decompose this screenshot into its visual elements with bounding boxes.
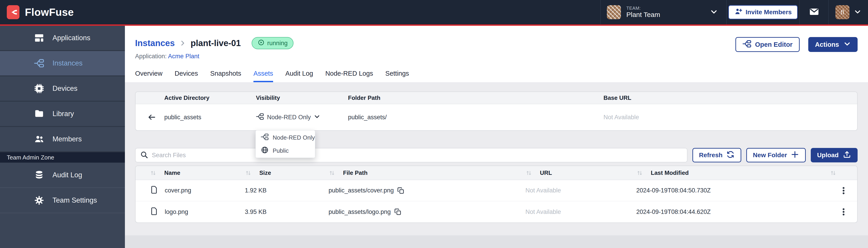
open-editor-button[interactable]: Open Editor xyxy=(735,37,800,52)
sort-icon[interactable] xyxy=(329,170,335,176)
back-arrow-icon[interactable] xyxy=(135,113,164,121)
sidebar-item-team-settings[interactable]: Team Settings xyxy=(0,188,125,213)
refresh-icon xyxy=(726,150,735,161)
application-label: Application: xyxy=(135,53,167,60)
refresh-label: Refresh xyxy=(699,151,722,159)
library-icon xyxy=(34,109,44,119)
search-input[interactable] xyxy=(152,152,682,159)
upload-icon xyxy=(843,150,851,161)
col-label: URL xyxy=(540,169,552,176)
col-actions[interactable] xyxy=(830,170,857,176)
application-link[interactable]: Acme Plant xyxy=(168,53,199,60)
sidebar: Applications Instances Devices Library xyxy=(0,26,125,248)
tab-node-red-logs[interactable]: Node-RED Logs xyxy=(326,70,373,82)
file-name-cell: cover.png xyxy=(150,185,245,196)
file-icon xyxy=(150,207,158,217)
play-circle-icon xyxy=(257,39,265,48)
new-folder-button[interactable]: New Folder xyxy=(746,148,806,163)
table-row[interactable]: cover.png 1.92 KB public_assets/cover.pn… xyxy=(135,180,857,201)
team-avatar xyxy=(607,5,621,19)
sort-icon[interactable] xyxy=(150,170,157,176)
copy-icon[interactable] xyxy=(394,208,402,216)
applications-icon xyxy=(34,33,44,43)
copy-icon[interactable] xyxy=(397,187,405,194)
sidebar-item-applications[interactable]: Applications xyxy=(0,26,125,51)
tab-overview[interactable]: Overview xyxy=(135,70,162,82)
tab-snapshots[interactable]: Snapshots xyxy=(210,70,241,82)
members-icon xyxy=(34,134,44,144)
user-avatar-initials: fl xyxy=(841,9,844,16)
files-toolbar: Refresh New Folder Upload xyxy=(135,148,858,163)
page-title: plant-live-01 xyxy=(190,38,241,48)
col-label: Last Modified xyxy=(651,169,689,176)
team-meta: TEAM: Plant Team xyxy=(626,6,660,19)
brand[interactable]: FlowFuse xyxy=(0,0,74,24)
col-active-directory: Active Directory xyxy=(164,95,256,101)
tab-devices[interactable]: Devices xyxy=(175,70,198,82)
globe-icon xyxy=(261,146,269,155)
chevron-down-icon xyxy=(314,113,320,121)
file-last-modified: 2024-09-19T08:04:50.730Z xyxy=(636,187,830,194)
dropdown-option-public[interactable]: Public xyxy=(256,144,315,157)
kebab-menu-icon[interactable] xyxy=(839,186,848,195)
team-selector[interactable]: TEAM: Plant Team xyxy=(600,0,726,24)
flow-icon xyxy=(742,39,751,50)
kebab-menu-icon[interactable] xyxy=(839,207,848,216)
sidebar-item-label: Audit Log xyxy=(53,171,82,179)
breadcrumb-instances-link[interactable]: Instances xyxy=(135,38,175,48)
visibility-value: Node-RED Only xyxy=(267,114,311,121)
sidebar-item-library[interactable]: Library xyxy=(0,102,125,127)
visibility-select[interactable]: Node-RED Only xyxy=(256,112,348,122)
mail-icon xyxy=(809,6,819,18)
sort-icon[interactable] xyxy=(830,170,837,176)
visibility-dropdown-menu: Node-RED Only Public xyxy=(255,130,315,158)
sidebar-item-devices[interactable]: Devices xyxy=(0,76,125,102)
actions-label: Actions xyxy=(815,41,839,48)
instances-icon xyxy=(34,58,44,68)
tab-audit-log[interactable]: Audit Log xyxy=(285,70,313,82)
upload-button[interactable]: Upload xyxy=(811,148,858,163)
col-size[interactable]: Size xyxy=(245,169,329,176)
col-url[interactable]: URL xyxy=(525,169,636,176)
flow-icon xyxy=(261,133,269,143)
row-actions-cell xyxy=(830,186,857,195)
file-url: Not Available xyxy=(525,209,636,215)
col-file-path[interactable]: File Path xyxy=(329,169,525,176)
tab-assets[interactable]: Assets xyxy=(253,70,273,82)
sort-icon[interactable] xyxy=(525,170,532,176)
sidebar-item-audit-log[interactable]: Audit Log xyxy=(0,163,125,188)
sidebar-item-instances[interactable]: Instances xyxy=(0,51,125,76)
col-last-modified[interactable]: Last Modified xyxy=(636,169,830,176)
file-name: logo.png xyxy=(165,209,188,215)
file-path: public_assets/cover.png xyxy=(329,187,394,194)
sidebar-item-members[interactable]: Members xyxy=(0,127,125,152)
refresh-button[interactable]: Refresh xyxy=(692,148,741,163)
actions-button[interactable]: Actions xyxy=(808,37,858,52)
dropdown-option-node-red-only[interactable]: Node-RED Only xyxy=(256,131,315,144)
table-row[interactable]: logo.png 3.95 KB public_assets/logo.png … xyxy=(135,201,857,222)
devices-icon xyxy=(34,83,44,94)
tab-bar: Overview Devices Snapshots Assets Audit … xyxy=(135,70,858,82)
file-icon xyxy=(150,185,158,196)
dropdown-option-label: Node-RED Only xyxy=(273,134,315,141)
chevron-down-icon[interactable] xyxy=(854,8,861,16)
main-content: Instances plant-live-01 running Applicat… xyxy=(125,26,868,248)
chevron-down-icon xyxy=(843,40,851,49)
col-name[interactable]: Name xyxy=(150,169,245,176)
invite-members-button[interactable]: Invite Members xyxy=(728,5,798,20)
sort-icon[interactable] xyxy=(636,170,643,176)
flow-icon xyxy=(256,112,264,122)
assets-panel: Active Directory Visibility Folder Path … xyxy=(125,82,868,248)
tab-settings[interactable]: Settings xyxy=(385,70,409,82)
notifications-button[interactable] xyxy=(800,0,828,24)
user-menu[interactable]: fl xyxy=(829,0,868,24)
status-badge: running xyxy=(252,37,293,49)
invite-members-label: Invite Members xyxy=(746,9,792,16)
chevron-down-icon[interactable] xyxy=(710,8,718,16)
sort-icon[interactable] xyxy=(245,170,252,176)
active-directory-card: Active Directory Visibility Folder Path … xyxy=(135,92,858,131)
sidebar-item-label: Applications xyxy=(53,34,90,42)
open-editor-label: Open Editor xyxy=(755,41,793,48)
user-avatar: fl xyxy=(835,5,849,19)
search-box xyxy=(135,148,687,163)
